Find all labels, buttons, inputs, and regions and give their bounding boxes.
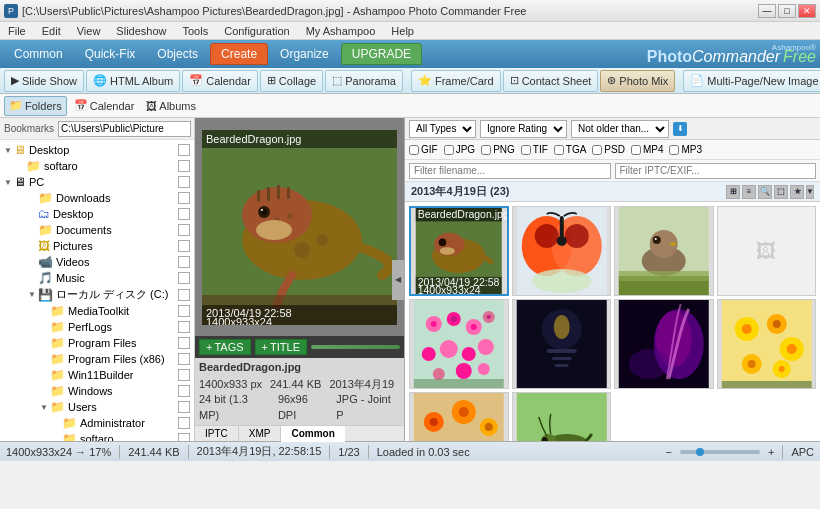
collage-button[interactable]: ⊞ Collage	[260, 70, 323, 92]
tree-item-desktop[interactable]: ▼ 🖥 Desktop	[2, 142, 192, 158]
filter-icon-btn[interactable]: ⬇	[673, 122, 687, 136]
frame-card-button[interactable]: ⭐ Frame/Card	[411, 70, 501, 92]
tree-item-perflogs[interactable]: 📁 PerfLogs	[2, 319, 192, 335]
tree-item-documents[interactable]: 📁 Documents	[2, 222, 192, 238]
multipage-button[interactable]: 📄 Multi-Page/New Image ▼	[683, 70, 820, 92]
gallery-scrollbar[interactable]: ▼	[806, 185, 814, 199]
gallery-item-dark[interactable]	[512, 299, 612, 389]
title-button[interactable]: + TITLE	[255, 339, 307, 355]
tree-view[interactable]: ▼ 🖥 Desktop 📁 softaro ▼ 🖥 PC	[0, 140, 194, 441]
list-view-btn[interactable]: ≡	[742, 185, 756, 199]
tree-checkbox[interactable]	[178, 160, 190, 172]
tree-item-videos[interactable]: 📹 Videos	[2, 254, 192, 270]
tree-checkbox[interactable]	[178, 144, 190, 156]
maximize-button[interactable]: □	[778, 4, 796, 18]
tree-checkbox[interactable]	[178, 240, 190, 252]
gallery-item-smoke[interactable]	[614, 299, 714, 389]
tree-item-programfiles[interactable]: 📁 Program Files	[2, 335, 192, 351]
zoom-in-btn[interactable]: 🔍	[758, 185, 772, 199]
psd-checkbox[interactable]	[592, 145, 602, 155]
tree-checkbox[interactable]	[178, 305, 190, 317]
tab-create[interactable]: Create	[210, 43, 268, 65]
tags-button[interactable]: + TAGS	[199, 339, 251, 355]
panel-resize-handle[interactable]: ◀	[392, 260, 404, 300]
gif-checkbox[interactable]	[409, 145, 419, 155]
menu-configuration[interactable]: Configuration	[220, 24, 293, 38]
tree-item-desktop2[interactable]: 🗂 Desktop	[2, 206, 192, 222]
png-checkbox[interactable]	[481, 145, 491, 155]
tab-quickfix[interactable]: Quick-Fix	[75, 43, 146, 65]
type-filter-select[interactable]: All Types	[409, 120, 476, 138]
html-album-button[interactable]: 🌐 HTML Album	[86, 70, 180, 92]
tree-checkbox[interactable]	[178, 401, 190, 413]
menu-myashampoo[interactable]: My Ashampoo	[302, 24, 380, 38]
tree-checkbox[interactable]	[178, 433, 190, 441]
filename-filter-input[interactable]	[409, 163, 611, 179]
menu-tools[interactable]: Tools	[179, 24, 213, 38]
minimize-button[interactable]: —	[758, 4, 776, 18]
albums-tab[interactable]: 🖼 Albums	[141, 96, 201, 116]
rating-filter-select[interactable]: Ignore Rating	[480, 120, 567, 138]
tree-item-music[interactable]: 🎵 Music	[2, 270, 192, 286]
tree-checkbox[interactable]	[178, 192, 190, 204]
zoom-slider[interactable]	[680, 450, 760, 454]
tree-item-softaro-top[interactable]: 📁 softaro	[2, 158, 192, 174]
tab-common[interactable]: Common	[4, 43, 73, 65]
tree-item-win11builder[interactable]: 📁 Win11Builder	[2, 367, 192, 383]
expand-btn[interactable]: ⬚	[774, 185, 788, 199]
grid-view-btn[interactable]: ⊞	[726, 185, 740, 199]
date-filter-select[interactable]: Not older than...	[571, 120, 669, 138]
gallery-item-flowers[interactable]	[409, 299, 509, 389]
type-jpg[interactable]: JPG	[444, 144, 475, 155]
type-gif[interactable]: GIF	[409, 144, 438, 155]
type-tif[interactable]: TIF	[521, 144, 548, 155]
tree-item-cdrive[interactable]: ▼ 💾 ローカル ディスク (C:)	[2, 286, 192, 303]
type-png[interactable]: PNG	[481, 144, 515, 155]
zoom-plus-icon[interactable]: +	[768, 446, 774, 458]
tree-item-softaro[interactable]: 📁 softaro	[2, 431, 192, 441]
photo-mix-button[interactable]: ⊛ Photo Mix	[600, 70, 675, 92]
gallery-item-grasshopper[interactable]	[512, 392, 612, 441]
menu-slideshow[interactable]: Slideshow	[112, 24, 170, 38]
tree-checkbox[interactable]	[178, 417, 190, 429]
star-filter-btn[interactable]: ★	[790, 185, 804, 199]
folders-tab[interactable]: 📁 Folders	[4, 96, 67, 116]
tree-checkbox[interactable]	[178, 289, 190, 301]
tree-item-users[interactable]: ▼ 📁 Users	[2, 399, 192, 415]
path-input[interactable]	[58, 121, 191, 137]
type-tga[interactable]: TGA	[554, 144, 587, 155]
iptc-tab[interactable]: IPTC	[195, 426, 239, 441]
tab-organize[interactable]: Organize	[270, 43, 339, 65]
tree-item-pictures[interactable]: 🖼 Pictures	[2, 238, 192, 254]
tree-item-mediatoolkit[interactable]: 📁 MediaToolkit	[2, 303, 192, 319]
calendar-tab[interactable]: 📅 Calendar	[69, 96, 140, 116]
mp4-checkbox[interactable]	[631, 145, 641, 155]
menu-help[interactable]: Help	[387, 24, 418, 38]
tree-checkbox[interactable]	[178, 208, 190, 220]
type-psd[interactable]: PSD	[592, 144, 625, 155]
tree-checkbox[interactable]	[178, 256, 190, 268]
type-mp3[interactable]: MP3	[669, 144, 702, 155]
tree-checkbox[interactable]	[178, 224, 190, 236]
tree-checkbox[interactable]	[178, 353, 190, 365]
tree-item-windows[interactable]: 📁 Windows	[2, 383, 192, 399]
tga-checkbox[interactable]	[554, 145, 564, 155]
tree-checkbox[interactable]	[178, 369, 190, 381]
type-mp4[interactable]: MP4	[631, 144, 664, 155]
menu-edit[interactable]: Edit	[38, 24, 65, 38]
iptc-filter-input[interactable]	[615, 163, 817, 179]
common-tab[interactable]: Common	[281, 426, 344, 442]
tree-item-pc[interactable]: ▼ 🖥 PC	[2, 174, 192, 190]
window-controls[interactable]: — □ ✕	[758, 4, 816, 18]
menu-view[interactable]: View	[73, 24, 105, 38]
zoom-minus-icon[interactable]: −	[666, 446, 672, 458]
gallery-item-yellow[interactable]	[717, 299, 817, 389]
tree-item-administrator[interactable]: 📁 Administrator	[2, 415, 192, 431]
tree-checkbox[interactable]	[178, 272, 190, 284]
gallery-item-dragon[interactable]: BeardedDragon.jpg 2013/04/19 22:58 1400x…	[409, 206, 509, 296]
tree-item-programfilesx86[interactable]: 📁 Program Files (x86)	[2, 351, 192, 367]
xmp-tab[interactable]: XMP	[239, 426, 282, 441]
mp3-checkbox[interactable]	[669, 145, 679, 155]
tree-checkbox[interactable]	[178, 321, 190, 333]
panorama-button[interactable]: ⬚ Panorama	[325, 70, 403, 92]
